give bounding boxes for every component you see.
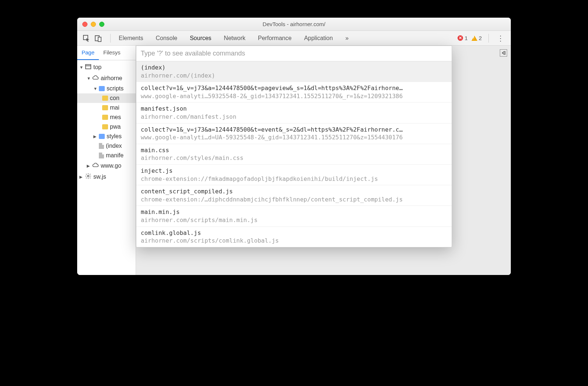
command-item-title: content_script_compiled.js [141,187,447,196]
sources-sidebar: Page Filesys ▼ top ▼ airhorne ▼ scripts [77,46,136,275]
sidebar-tabs: Page Filesys [77,46,136,60]
tree-node-googleanalytics[interactable]: ▶ www.go [77,160,136,171]
command-item-title: main.min.js [141,208,447,216]
folder-icon [102,124,108,129]
warning-count: 2 [479,35,482,41]
tree-label: mes [110,114,121,121]
tree-node-index[interactable]: (index [77,141,136,151]
command-item-title: manifest.json [141,105,447,113]
editor-area: Type '?' to see available commands (inde… [136,46,511,275]
command-menu-item[interactable]: content_script_compiled.jschrome-extensi… [136,185,452,206]
tree-label: airhorne [101,75,122,82]
command-item-title: inject.js [141,167,447,175]
svg-rect-3 [86,65,91,69]
tree-node-file[interactable]: mes [77,112,136,122]
cloud-icon [92,74,99,82]
chevron-down-icon: ▼ [87,76,90,81]
command-item-title: comlink.global.js [141,229,447,237]
command-item-title: main.css [141,146,447,154]
chevron-down-icon: ▼ [79,65,83,69]
chevron-right-icon: ▶ [93,134,97,139]
tree-label: pwa [110,124,121,130]
tree-label: manife [106,152,123,159]
devtools-window: DevTools - airhorner.com/ Elements Conso… [77,18,511,275]
command-menu-item[interactable]: inject.jschrome-extension://fmkadmapgofa… [136,165,452,185]
tree-node-serviceworker[interactable]: ▶ sw.js [77,171,136,182]
device-toolbar-icon[interactable] [93,33,103,43]
tree-label: sw.js [93,174,106,180]
tree-node-top[interactable]: ▼ top [77,62,136,73]
folder-icon [99,86,105,91]
command-item-subtitle: chrome-extension:/…diphcddnnabmjcihcjfbh… [141,196,447,204]
tab-elements[interactable]: Elements [119,35,143,42]
command-item-title: collect?v=1&_v=j73&a=1244478500&t=event&… [141,126,447,134]
command-menu-item[interactable]: collect?v=1&_v=j73&a=1244478500&t=pagevi… [136,82,452,103]
command-menu-item[interactable]: main.min.jsairhorner.com/scripts/main.mi… [136,206,452,226]
file-tree: ▼ top ▼ airhorne ▼ scripts con [77,60,136,275]
chevron-right-icon: ▶ [79,175,83,179]
svg-rect-2 [98,37,101,42]
command-menu: Type '?' to see available commands (inde… [136,46,452,247]
sidebar-tab-page[interactable]: Page [77,46,99,60]
tree-node-styles[interactable]: ▶ styles [77,132,136,141]
folder-icon [99,134,105,139]
command-item-subtitle: www.google-analyti…59325548-2&_gid=13437… [141,92,447,100]
command-item-title: collect?v=1&_v=j73&a=1244478500&t=pagevi… [141,84,447,92]
error-count: 1 [465,35,467,41]
command-menu-input[interactable]: Type '?' to see available commands [136,46,452,61]
tabs-overflow[interactable]: » [345,35,349,42]
tree-node-airhorner[interactable]: ▼ airhorne [77,73,136,84]
folder-icon [102,96,108,101]
command-menu-item[interactable]: manifest.jsonairhorner.com/manifest.json [136,103,452,123]
folder-icon [102,115,108,120]
tree-label: mai [110,104,119,111]
toggle-debugger-pane-icon[interactable] [500,49,507,57]
tab-network[interactable]: Network [224,35,245,42]
command-item-title: (index) [141,64,447,72]
command-item-subtitle: chrome-extension://fmkadmapgofadopljbjfk… [141,175,447,183]
separator [488,34,489,43]
tree-label: top [93,64,101,71]
tree-label: styles [107,133,122,140]
tree-node-file[interactable]: pwa [77,122,136,132]
command-item-subtitle: airhorner.com/manifest.json [141,113,447,121]
command-item-subtitle: airhorner.com/scripts/comlink.global.js [141,237,447,245]
svg-point-5 [87,175,89,177]
file-icon [99,143,104,149]
gear-icon [85,173,92,181]
tree-label: (index [106,143,122,149]
command-menu-item[interactable]: collect?v=1&_v=j73&a=1244478500&t=event&… [136,124,452,144]
cloud-icon [92,162,99,170]
window-title: DevTools - airhorner.com/ [77,21,511,27]
tree-node-file[interactable]: con [77,93,136,103]
inspect-element-icon[interactable] [82,33,91,43]
tab-sources[interactable]: Sources [190,35,211,42]
devtools-tabstrip: Elements Console Sources Network Perform… [77,31,511,46]
tree-node-file[interactable]: mai [77,103,136,112]
settings-menu-icon[interactable]: ⋮ [495,34,506,43]
command-item-subtitle: airhorner.com/styles/main.css [141,154,447,162]
window-frame-icon [85,63,92,71]
tree-node-scripts[interactable]: ▼ scripts [77,84,136,93]
command-menu-item[interactable]: (index)airhorner.com/(index) [136,61,452,82]
error-count-badge[interactable]: ✕ 1 [458,35,467,41]
tree-label: www.go [101,162,121,169]
folder-icon [102,105,108,110]
command-menu-list: (index)airhorner.com/(index)collect?v=1&… [136,61,452,247]
tree-label: scripts [107,85,123,92]
tab-application[interactable]: Application [304,35,333,42]
error-icon: ✕ [458,35,463,41]
tab-performance[interactable]: Performance [258,35,292,42]
tree-node-manifest[interactable]: manife [77,151,136,160]
file-icon [99,153,104,158]
command-menu-item[interactable]: main.cssairhorner.com/styles/main.css [136,144,452,165]
devtools-body: Page Filesys ▼ top ▼ airhorne ▼ scripts [77,46,511,275]
chevron-down-icon: ▼ [93,86,97,91]
command-item-subtitle: www.google-analyti…d=UA-59325548-2&_gid=… [141,133,447,142]
window-titlebar: DevTools - airhorner.com/ [77,18,511,31]
sidebar-tab-filesystem[interactable]: Filesys [99,46,125,60]
tab-console[interactable]: Console [156,35,178,42]
command-item-subtitle: airhorner.com/(index) [141,72,447,80]
command-menu-item[interactable]: comlink.global.jsairhorner.com/scripts/c… [136,227,452,247]
warning-count-badge[interactable]: 2 [472,35,482,41]
